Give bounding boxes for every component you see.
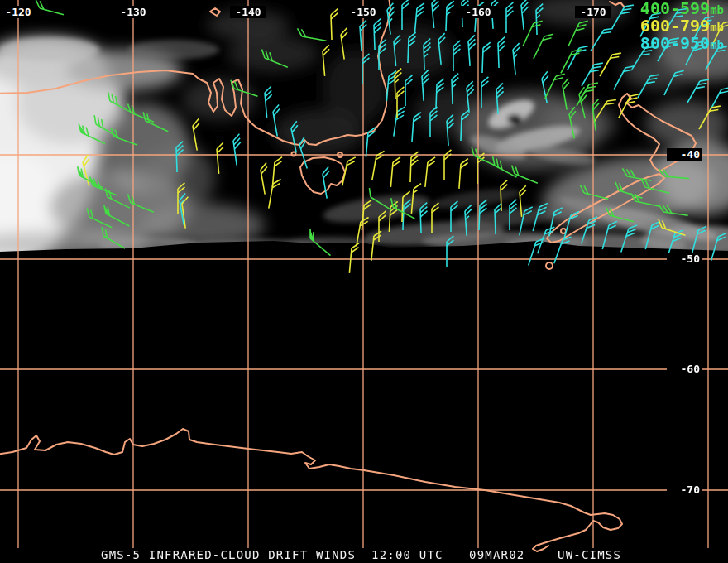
caption-time: 12:00 UTC [371, 548, 443, 561]
legend-unit: mb [710, 21, 724, 34]
longitude-label: -150 [345, 6, 381, 18]
longitude-label: -170 [575, 6, 611, 18]
latitude-label: -60 [667, 363, 702, 375]
legend: 400-599mb600-799mb800-950mb [640, 1, 724, 53]
legend-item: 800-950mb [640, 36, 724, 53]
caption-source: UW-CIMSS [558, 548, 621, 561]
latitude-label: -40 [667, 148, 702, 161]
latitude-label: -50 [667, 253, 702, 265]
longitude-label: -160 [460, 6, 496, 18]
longitude-label: -120 [0, 6, 36, 18]
latitude-label: -70 [667, 484, 702, 496]
satellite-map: -120-130-140-150-160-170 -40-50-60-70 40… [0, 0, 728, 563]
caption-product: GMS-5 INFRARED-CLOUD DRIFT WINDS [101, 548, 356, 561]
legend-unit: mb [710, 3, 724, 17]
legend-unit: mb [710, 38, 724, 51]
satellite-map-canvas [0, 0, 728, 563]
caption-date: 09MAR02 [469, 548, 524, 561]
longitude-label: -140 [230, 6, 266, 18]
longitude-label: -130 [115, 6, 151, 18]
legend-range: 800-950 [640, 33, 710, 53]
